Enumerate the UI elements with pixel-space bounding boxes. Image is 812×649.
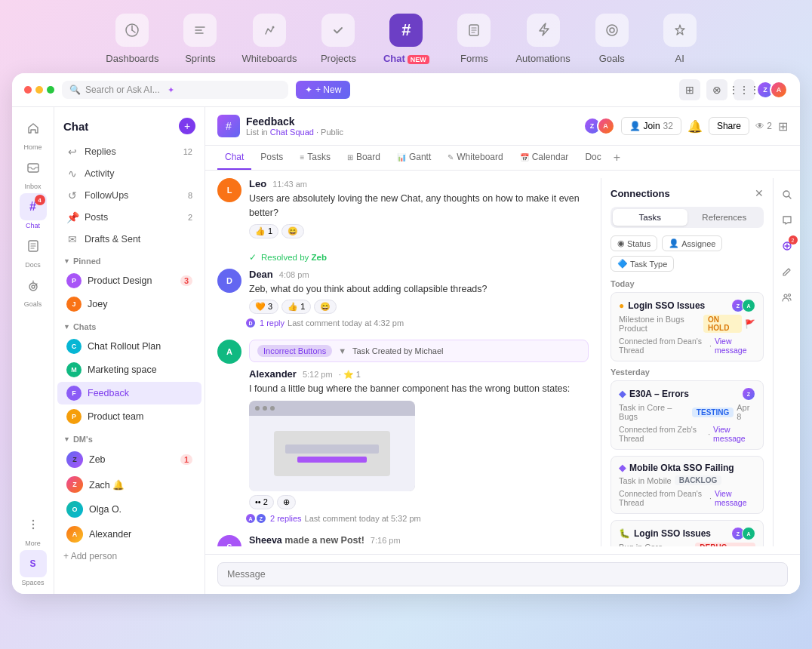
user-avatars: Z A [761,81,788,99]
docs-nav[interactable]: Docs [20,232,47,269]
connections-close-btn[interactable]: ✕ [755,187,764,199]
nav-item-chat[interactable]: # ChatNEW [380,14,432,64]
right-chat-btn[interactable] [777,210,798,231]
nav-item-whiteboards[interactable]: Whiteboards [241,14,297,64]
search-bar[interactable]: 🔍 Search or Ask AI... ✦ [62,81,288,99]
conn-card-login-sso-2: 🐛 Login SSO Issues Z A Bug in Core Produ… [611,520,764,546]
home-nav[interactable]: Home [20,115,47,151]
reaction-smile[interactable]: 😄 [281,224,304,238]
spaces-nav[interactable]: S Spaces [20,550,47,586]
chat-icon-btn[interactable]: # 4 [20,193,47,220]
tab-calendar[interactable]: 📅 Calendar [512,146,577,170]
channel-feedback[interactable]: F Feedback [57,382,201,404]
mobile-okta-footer: Connected from Dean's Thread · View mess… [619,489,755,507]
minimize-dot[interactable] [35,86,43,94]
message-input[interactable] [217,562,788,586]
maximize-dot[interactable] [47,86,54,94]
apps-icon-btn[interactable]: ⋮⋮⋮ [734,79,755,100]
chat-nav[interactable]: # 4 Chat [20,193,47,229]
spaces-icon-btn[interactable]: S [20,550,47,577]
filter-status[interactable]: ◉ Status [611,235,657,251]
channel-product-design[interactable]: P Product Design 3 [57,269,201,292]
inbox-nav[interactable]: Inbox [20,154,47,190]
grid-icon-btn[interactable]: ⊞ [679,79,700,100]
right-users-btn[interactable] [777,287,798,308]
leo-msg-header: Leo 11:43 am [249,178,589,189]
close-dot[interactable] [24,86,32,94]
more-nav[interactable]: More [20,511,47,547]
view-msg-link-1[interactable]: View message [715,337,755,355]
reply-avatar-3: Z [255,512,267,524]
reaction-add2[interactable]: ⊕ [277,495,296,509]
reaction-heart[interactable]: 🧡 3 [249,300,278,314]
zeb-avatar: Z [66,451,83,468]
view-msg-link-2[interactable]: View message [713,425,755,443]
channel-marketing[interactable]: M Marketing space [57,358,201,381]
whiteboards-icon [253,14,286,47]
channel-product-team[interactable]: P Product team [57,405,201,428]
nav-activity[interactable]: ∿ Activity [57,163,201,184]
goals-icon-btn[interactable] [20,272,47,299]
inbox-icon-btn[interactable] [20,154,47,181]
filter-task-type[interactable]: 🔷 Task Type [611,256,674,272]
more-icon-btn[interactable] [20,511,47,538]
nav-item-sprints[interactable]: Sprints [174,14,226,64]
dm-olga[interactable]: O Olga O. [57,497,201,521]
new-button[interactable]: ✦ + New [296,81,350,99]
alexander-avatar: A [66,526,83,543]
product-team-avatar: P [66,409,82,424]
reaction-add[interactable]: 😄 [314,300,337,314]
chats-section-header[interactable]: ▼ Chats [54,316,205,334]
layout-icon[interactable]: ⊞ [778,119,788,134]
nav-posts[interactable]: 📌 Posts 2 [57,207,201,228]
dm-zeb[interactable]: Z Zeb 1 [57,448,201,472]
tab-posts[interactable]: Posts [253,146,291,170]
home-icon-btn[interactable] [20,115,47,142]
zach-avatar: Z [66,476,83,493]
join-button[interactable]: 👤 Join 32 [621,117,681,135]
nav-drafts[interactable]: ✉ Drafts & Sent [57,229,201,250]
nav-item-ai[interactable]: AI [654,14,706,64]
tab-board[interactable]: ⊞ Board [340,146,388,170]
dms-section-header[interactable]: ▼ DM's [54,429,205,447]
pinned-section-header[interactable]: ▼ Pinned [54,251,205,269]
tab-tasks[interactable]: ≡ Tasks [292,146,338,170]
nav-item-automations[interactable]: Automations [515,14,570,64]
dm-zach[interactable]: Z Zach 🔔 [57,472,201,497]
nav-item-dashboards[interactable]: Dashboards [106,14,158,64]
tab-whiteboard[interactable]: ✎ Whiteboard [440,146,510,170]
goals-nav[interactable]: Goals [20,272,47,308]
view-msg-link-3[interactable]: View message [715,489,755,507]
status-backlog: BACKLOG [675,475,722,485]
conn-tab-tasks[interactable]: Tasks [613,209,687,226]
docs-icon-btn[interactable] [20,232,47,260]
tab-add-button[interactable]: + [611,146,623,169]
docs-label: Docs [25,261,41,269]
channel-chat-rollout[interactable]: C Chat Rollout Plan [57,335,201,358]
share-button[interactable]: Share [709,117,749,135]
alexander-message-content: Incorrect Buttons ▼ Task Created by Mich… [249,340,589,524]
tab-chat[interactable]: Chat [217,146,251,170]
nav-item-forms[interactable]: Forms [448,14,500,64]
right-edit-btn[interactable] [777,261,798,282]
sheeva-avatar: S [217,535,241,546]
add-chat-button[interactable]: + [179,118,195,134]
settings-icon-btn[interactable]: ⊗ [706,79,727,100]
conn-tab-references[interactable]: References [687,209,762,226]
filter-assignee[interactable]: 👤 Assignee [662,235,722,251]
tab-gantt[interactable]: 📊 Gantt [389,146,438,170]
nav-replies[interactable]: ↩ Replies 12 [57,141,201,162]
nav-followups[interactable]: ↺ FollowUps 8 [57,185,201,206]
tab-doc[interactable]: Doc [577,146,608,170]
nav-item-goals[interactable]: Goals [586,14,638,64]
dm-alexander[interactable]: A Alexander [57,522,201,546]
reaction-thumbs[interactable]: 👍 1 [249,224,278,238]
reaction-thumbs2[interactable]: 👍 1 [281,300,311,314]
bell-icon[interactable]: 🔔 [687,119,703,134]
channel-joey[interactable]: J Joey [57,293,201,315]
add-person-btn[interactable]: + Add person [54,547,205,565]
right-connections-btn[interactable]: 2 [777,235,798,257]
right-search-btn[interactable] [777,184,798,205]
reaction-count[interactable]: •• 2 [249,495,274,509]
nav-item-projects[interactable]: Projects [312,14,364,64]
